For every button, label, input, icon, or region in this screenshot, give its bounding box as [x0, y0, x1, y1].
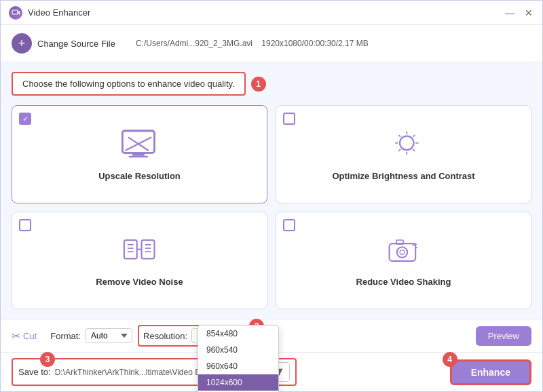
svg-rect-17: [124, 240, 136, 258]
dropdown-item-854[interactable]: 854x480: [198, 326, 278, 342]
bottom-area: ✂ Cut Format: Auto MP4 AVI MOV MKV Resol…: [1, 319, 542, 391]
change-source-button[interactable]: + Change Source File: [12, 33, 115, 54]
option-card-shaking[interactable]: Reduce Video Shaking: [276, 212, 531, 310]
noise-label: Remove Video Noise: [96, 277, 183, 287]
app-window: Video Enhancer — ✕ + Change Source File …: [0, 0, 543, 392]
minimize-button[interactable]: —: [504, 7, 515, 18]
checkbox-upscale[interactable]: [19, 113, 31, 125]
resolution-dropdown[interactable]: 854x480 960x540 960x640 1024x600 1280x72…: [198, 325, 279, 392]
cut-button[interactable]: ✂ Cut: [12, 330, 37, 342]
upscale-label: Upscale Resolution: [98, 171, 181, 181]
checkbox-noise[interactable]: [19, 219, 31, 231]
options-grid: Upscale Resolution: [12, 105, 531, 309]
camera-icon: [383, 233, 424, 270]
enhance-section: Enhance 4: [450, 359, 531, 385]
step-badge-4: 4: [443, 352, 457, 367]
svg-line-16: [398, 149, 400, 151]
svg-point-27: [396, 248, 407, 258]
cut-label: Cut: [23, 331, 37, 341]
app-icon: [9, 6, 22, 20]
step-badge-1: 1: [251, 77, 266, 92]
hint-box: Choose the following options to enhance …: [12, 72, 246, 96]
file-info: C:/Users/Admi...920_2_3MG.avi 1920x1080/…: [136, 39, 369, 48]
preview-button[interactable]: Preview: [476, 326, 531, 346]
svg-line-15: [413, 135, 415, 137]
enhance-button[interactable]: Enhance: [450, 359, 531, 385]
dropdown-item-960-640[interactable]: 960x640: [198, 358, 278, 374]
svg-rect-4: [128, 155, 147, 157]
checkbox-brightness[interactable]: [283, 113, 295, 125]
close-button[interactable]: ✕: [523, 7, 534, 18]
title-bar: Video Enhancer — ✕: [1, 1, 542, 25]
option-card-brightness[interactable]: Optimize Brightness and Contrast: [276, 105, 531, 203]
dropdown-item-1024[interactable]: 1024x600: [198, 374, 278, 391]
svg-line-6: [125, 137, 151, 151]
dropdown-item-960-540[interactable]: 960x540: [198, 342, 278, 358]
svg-rect-18: [141, 240, 154, 258]
file-metadata: 1920x1080/00:00:30/2.17 MB: [261, 39, 368, 48]
scissors-icon: ✂: [12, 330, 20, 342]
svg-line-30: [412, 244, 414, 246]
svg-point-29: [400, 250, 405, 255]
svg-line-13: [398, 135, 400, 137]
format-select[interactable]: Auto MP4 AVI MOV MKV: [85, 328, 132, 343]
file-path: C:/Users/Admi...920_2_3MG.avi: [136, 39, 252, 48]
option-card-noise[interactable]: Remove Video Noise: [12, 212, 267, 310]
format-label: Format:: [50, 331, 81, 341]
source-bar: + Change Source File C:/Users/Admi...920…: [1, 25, 542, 62]
main-area: Choose the following options to enhance …: [1, 62, 542, 319]
toolbar-bar: ✂ Cut Format: Auto MP4 AVI MOV MKV Resol…: [1, 319, 542, 352]
resolution-label: Resolution:: [143, 331, 187, 341]
monitor-icon: [119, 128, 160, 164]
app-title: Video Enhancer: [28, 7, 504, 18]
svg-line-14: [413, 149, 415, 151]
step-badge-3: 3: [40, 352, 55, 367]
change-source-label: Change Source File: [37, 39, 115, 49]
window-controls: — ✕: [504, 7, 534, 18]
format-section: Format: Auto MP4 AVI MOV MKV: [50, 328, 132, 343]
plus-icon: +: [12, 33, 32, 54]
checkbox-shaking[interactable]: [283, 219, 295, 231]
svg-point-8: [400, 136, 414, 150]
shaking-label: Reduce Video Shaking: [356, 277, 451, 287]
option-card-upscale[interactable]: Upscale Resolution: [12, 105, 267, 203]
svg-rect-0: [12, 10, 18, 14]
brightness-icon: [383, 128, 424, 164]
brightness-label: Optimize Brightness and Contrast: [332, 171, 474, 181]
hint-text: Choose the following options to enhance …: [22, 79, 235, 89]
noise-icon: [119, 233, 160, 270]
save-label: Save to:: [18, 367, 51, 377]
svg-rect-26: [389, 243, 415, 261]
step-hint: Choose the following options to enhance …: [12, 72, 531, 96]
